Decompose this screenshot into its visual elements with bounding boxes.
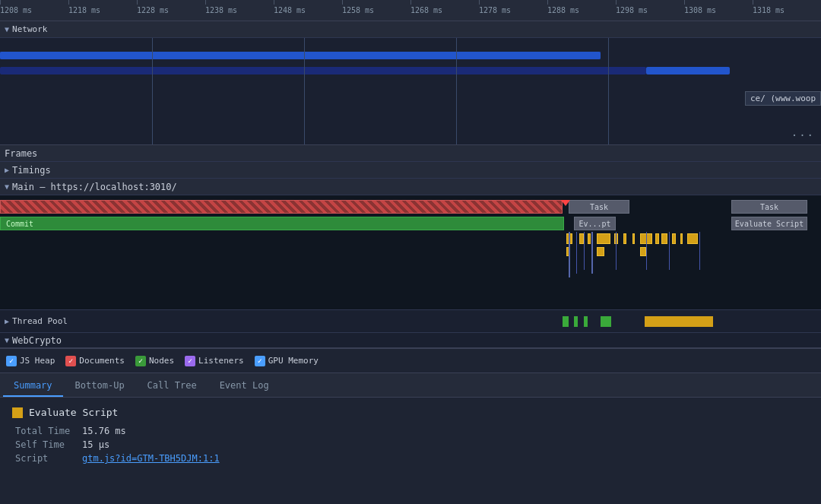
ruler-tick-line [68,0,69,5]
js-heap-label: JS Heap [20,356,55,366]
net-sep-4 [608,38,609,144]
ruler-tick-label: 1288 ms [547,6,579,14]
ruler-tick-line [753,0,753,5]
ruler-tick: 1238 ms [205,0,237,21]
streak-5 [616,232,617,270]
summary-title-row: Evaluate Script [12,407,809,418]
ruler-tick-label: 1308 ms [684,6,716,14]
script-link[interactable]: gtm.js?id=GTM-TBH5DJM:1:1 [82,453,809,464]
ruler-tick-label: 1318 ms [753,6,785,14]
ruler-tick-label: 1208 ms [0,6,32,14]
ruler-tick: 1218 ms [68,0,100,21]
nodes-checkbox[interactable]: ✓ Nodes [135,356,174,366]
memory-bar: ✓ JS Heap ✓ Documents ✓ Nodes ✓ Listener… [0,347,821,373]
streak-4 [591,232,593,274]
ruler-tick: 1308 ms [684,0,716,21]
eval-pt-label[interactable]: Ev...pt [574,217,616,230]
eval-box-13 [687,233,698,244]
timings-row: ▶ Timings [0,162,821,179]
commit-bar [0,217,564,230]
documents-label: Documents [79,356,125,366]
tab-event-log[interactable]: Event Log [209,376,280,397]
documents-check-icon: ✓ [65,356,76,366]
js-heap-check-icon: ✓ [6,356,17,366]
nodes-label: Nodes [149,356,174,366]
task-label-2[interactable]: Task [731,200,807,214]
webcrypto-expand-icon[interactable]: ▼ [5,336,9,344]
timeline-ruler: 1208 ms1218 ms1228 ms1238 ms1248 ms1258 … [0,0,821,21]
eval-box-3 [588,233,591,244]
ruler-tick-line [547,0,548,5]
network-header[interactable]: ▼ Network [0,21,821,38]
total-time-key: Total Time [15,426,76,436]
self-time-value: 15 μs [82,439,809,450]
streak-7 [669,232,670,270]
tp-green-4 [601,316,611,327]
net-sep-2 [304,38,305,144]
net-request-bar-2 [0,52,601,59]
summary-icon [12,407,23,418]
frames-label: Frames [5,148,37,159]
ruler-tick-line [137,0,138,5]
tp-green-3 [584,316,588,327]
ruler-tick-label: 1238 ms [205,6,237,14]
ruler-tick-line [205,0,206,5]
tab-bottom-up[interactable]: Bottom-Up [65,376,135,397]
net-request-bar-3 [0,67,646,74]
tp-yellow-1 [645,316,713,327]
tab-call-tree[interactable]: Call Tree [137,376,208,397]
ruler-tick: 1288 ms [547,0,579,21]
streak-3 [584,232,585,270]
tp-green-2 [574,316,578,327]
network-label: Network [12,24,47,34]
ruler-tick: 1298 ms [616,0,648,21]
eval-box-9 [655,233,659,244]
tab-summary[interactable]: Summary [3,376,63,397]
ruler-tick-label: 1258 ms [342,6,374,14]
frames-row: Frames [0,145,821,162]
documents-checkbox[interactable]: ✓ Documents [65,356,125,366]
thread-pool-label: ▶ Thread Pool [0,316,84,326]
listeners-check-icon: ✓ [185,356,195,366]
timings-label: Timings [12,165,51,176]
ruler-tick-label: 1228 ms [137,6,169,14]
timings-expand-icon[interactable]: ▶ [5,166,9,174]
summary-panel: Evaluate Script Total Time 15.76 ms Self… [0,398,821,473]
js-heap-checkbox[interactable]: ✓ JS Heap [6,356,55,366]
task-overflow-marker [561,200,570,206]
ruler-tick: 1318 ms [753,0,785,21]
ruler-tick: 1268 ms [410,0,442,21]
eval-script-label[interactable]: Evaluate Script [731,217,807,230]
eval-box-6 [623,233,626,244]
task-label-1[interactable]: Task [569,200,629,214]
thread-pool-expand-icon[interactable]: ▶ [5,317,9,325]
thread-pool-text: Thread Pool [12,316,68,326]
gpu-memory-checkbox[interactable]: ✓ GPU Memory [255,356,319,366]
streak-2 [576,232,577,274]
eval-box-4 [597,233,610,244]
ruler-tick-line [616,0,617,5]
ruler-tick-line [479,0,480,5]
eval-box-d2 [597,247,604,256]
eval-box-10 [661,233,667,244]
main-collapse-icon[interactable]: ▼ [5,182,9,191]
eval-box-11 [672,233,676,244]
ruler-tick: 1208 ms [0,0,32,21]
network-tooltip: ce/ (www.woop [745,91,821,106]
ruler-tick-line [410,0,411,5]
webcrypto-label-container: ▼ WebCrypto [0,335,84,346]
network-section: ▼ Network ce/ (www.woop ··· [0,21,821,145]
nodes-check-icon: ✓ [135,356,146,366]
ruler-tick-label: 1268 ms [410,6,442,14]
more-button[interactable]: ··· [791,129,815,141]
ruler-tick-line [684,0,685,5]
total-time-value: 15.76 ms [82,426,809,436]
gpu-memory-label: GPU Memory [268,356,319,366]
listeners-checkbox[interactable]: ✓ Listeners [185,356,244,366]
main-tracks: Task Task Commit Ev...pt Evaluate Script [0,195,821,309]
network-collapse-icon: ▼ [5,25,9,33]
main-label: Main — https://localhost:3010/ [12,182,177,192]
webcrypto-row: ▼ WebCrypto [0,332,821,347]
ruler-tick-line [342,0,343,5]
self-time-key: Self Time [15,439,76,450]
